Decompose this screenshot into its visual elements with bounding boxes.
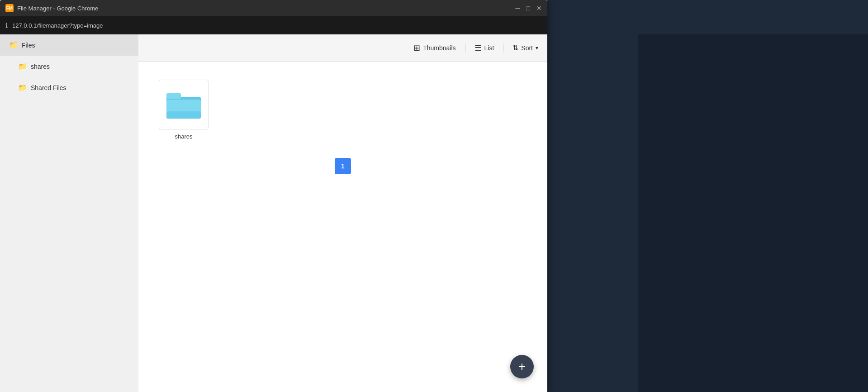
list-button[interactable]: ☰ List — [474, 43, 494, 53]
tree-item-shared-files-label: Shared Files — [31, 84, 66, 91]
browser-titlebar: FM File Manager - Google Chrome ─ □ ✕ — [0, 0, 547, 16]
folder-svg — [166, 89, 202, 120]
folder-grid: shares — [157, 80, 529, 140]
pagination: 1 — [157, 158, 529, 174]
address-info-icon: ℹ — [5, 22, 8, 29]
shared-files-folder-icon: 📁 — [18, 83, 27, 92]
thumbnails-icon: ⊞ — [413, 43, 420, 53]
tree-item-files-label: Files — [22, 42, 35, 49]
tree-item-files[interactable]: 📁 Files — [0, 34, 138, 56]
fab-plus-icon: + — [518, 360, 526, 373]
file-area: shares 1 — [138, 62, 547, 392]
toolbar-divider-1 — [465, 43, 465, 53]
browser-addressbar: ℹ 127.0.0.1/filemanager?type=image — [0, 16, 547, 34]
folder-item-shares[interactable]: shares — [157, 80, 211, 140]
address-url[interactable]: 127.0.0.1/filemanager?type=image — [12, 22, 103, 29]
maximize-button[interactable]: □ — [526, 5, 530, 12]
browser-window: FM File Manager - Google Chrome ─ □ ✕ ℹ … — [0, 0, 547, 392]
tree-item-shares-label: shares — [31, 63, 50, 70]
thumbnails-button[interactable]: ⊞ Thumbnails — [413, 43, 455, 53]
list-label: List — [484, 44, 494, 52]
page-1-button[interactable]: 1 — [335, 158, 351, 174]
browser-title: File Manager - Google Chrome — [17, 5, 516, 12]
thumbnails-label: Thumbnails — [423, 44, 455, 52]
toolbar-divider-2 — [503, 43, 503, 53]
folder-icon-wrap — [159, 80, 209, 129]
browser-favicon: FM — [5, 4, 14, 12]
file-tree: 📁 Files 📁 shares 📁 Shared Files — [0, 34, 138, 392]
list-icon: ☰ — [474, 43, 482, 53]
fm-toolbar: ⊞ Thumbnails ☰ List ⇅ Sort ▾ — [138, 34, 547, 62]
minimize-button[interactable]: ─ — [516, 5, 520, 12]
right-background — [638, 34, 868, 392]
tree-item-shares[interactable]: 📁 shares — [0, 56, 138, 77]
folder-name-shares: shares — [175, 133, 192, 140]
files-folder-icon: 📁 — [9, 41, 18, 49]
svg-rect-7 — [166, 93, 181, 99]
tree-item-shared-files[interactable]: 📁 Shared Files — [0, 77, 138, 98]
sort-icon: ⇅ — [512, 43, 518, 52]
fab-button[interactable]: + — [510, 355, 534, 378]
sort-label: Sort — [521, 44, 533, 52]
sort-button[interactable]: ⇅ Sort ▾ — [512, 43, 538, 52]
browser-controls: ─ □ ✕ — [516, 5, 542, 12]
svg-rect-9 — [166, 111, 201, 119]
sort-chevron-icon: ▾ — [536, 45, 538, 51]
close-button[interactable]: ✕ — [536, 5, 542, 12]
shares-folder-icon: 📁 — [18, 62, 27, 71]
